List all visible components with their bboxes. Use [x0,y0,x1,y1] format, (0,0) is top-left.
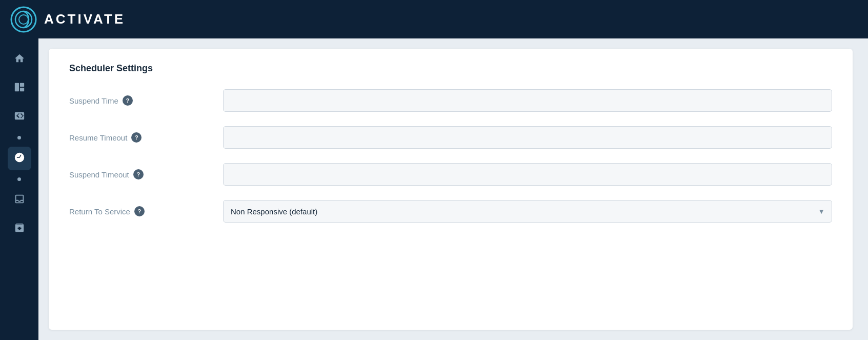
return-to-service-wrapper: Non Responsive (default) Always Never ▼ [223,200,832,223]
sidebar [0,38,38,340]
scheduler-icon [14,152,25,165]
sidebar-item-scheduler[interactable] [8,147,31,170]
sidebar-item-archive[interactable] [8,217,31,241]
main-layout: Scheduler Settings Suspend Time ? Resume… [0,38,868,340]
content-area: Scheduler Settings Suspend Time ? Resume… [38,38,868,340]
suspend-time-help-icon[interactable]: ? [123,95,133,106]
section-title: Scheduler Settings [69,63,832,74]
suspend-timeout-help-icon[interactable]: ? [133,169,144,179]
form-row-resume-timeout: Resume Timeout ? [69,126,832,149]
settings-card: Scheduler Settings Suspend Time ? Resume… [49,49,853,330]
logo-text: ACTIVATE [44,11,125,27]
return-to-service-help-icon[interactable]: ? [134,206,145,216]
resume-timeout-input[interactable] [223,126,832,149]
return-to-service-label: Return To Service ? [69,206,223,216]
svg-rect-4 [19,83,24,87]
sidebar-item-home[interactable] [8,48,31,71]
suspend-timeout-input[interactable] [223,163,832,186]
form-row-return-to-service: Return To Service ? Non Responsive (defa… [69,200,832,223]
svg-point-2 [19,15,28,24]
suspend-time-label: Suspend Time ? [69,95,223,106]
terminal-icon [14,110,25,124]
form-row-suspend-timeout: Suspend Timeout ? [69,163,832,186]
app-header: ACTIVATE [0,0,868,38]
archive-icon [14,222,25,235]
inbox-icon [14,193,25,207]
sidebar-dot-2 [17,177,21,181]
resume-timeout-label: Resume Timeout ? [69,132,223,143]
resume-timeout-help-icon[interactable]: ? [131,132,142,143]
svg-rect-5 [19,88,24,91]
return-to-service-select[interactable]: Non Responsive (default) Always Never [223,200,832,223]
layout-icon [14,82,25,95]
svg-rect-3 [14,83,18,92]
suspend-time-input[interactable] [223,89,832,112]
form-row-suspend-time: Suspend Time ? [69,89,832,112]
sidebar-item-layout[interactable] [8,76,31,100]
sidebar-item-terminal[interactable] [8,105,31,129]
sidebar-dot-1 [17,136,21,139]
suspend-timeout-label: Suspend Timeout ? [69,169,223,179]
home-icon [14,53,25,66]
logo-icon [10,6,37,33]
sidebar-item-inbox[interactable] [8,188,31,212]
logo-container: ACTIVATE [10,6,125,33]
